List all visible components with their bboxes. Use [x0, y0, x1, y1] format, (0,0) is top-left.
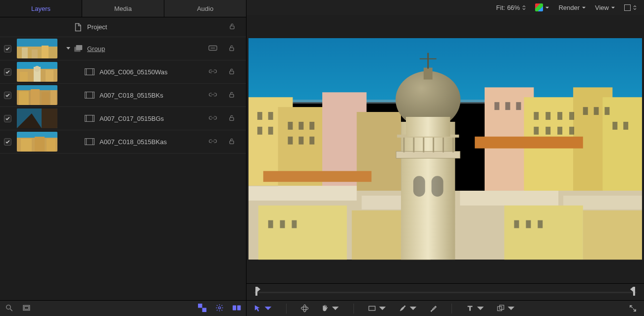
canvas[interactable] — [248, 38, 642, 260]
in-marker-icon[interactable] — [254, 287, 261, 297]
color-chip-icon — [535, 3, 543, 11]
svg-rect-51 — [198, 304, 202, 308]
svg-rect-86 — [309, 137, 314, 145]
svg-rect-43 — [47, 139, 55, 152]
project-label: Project — [87, 23, 107, 31]
svg-point-53 — [218, 307, 220, 309]
svg-rect-101 — [612, 122, 617, 130]
pan-tool[interactable] — [321, 304, 340, 313]
view-label: View — [595, 4, 609, 11]
visibility-checkbox[interactable] — [4, 45, 11, 53]
layout-dropdown[interactable] — [624, 4, 637, 11]
color-channels-dropdown[interactable] — [535, 3, 549, 11]
mask-tool[interactable] — [496, 304, 515, 313]
fit-value: 66% — [507, 4, 520, 11]
link-icon[interactable] — [208, 91, 217, 100]
svg-rect-102 — [623, 122, 628, 130]
gear-icon[interactable] — [215, 304, 224, 314]
render-dropdown[interactable]: Render — [558, 4, 586, 11]
svg-rect-28 — [31, 89, 40, 105]
svg-rect-120 — [424, 68, 433, 80]
brush-tool[interactable] — [429, 304, 438, 313]
svg-point-13 — [34, 66, 40, 72]
svg-rect-124 — [432, 176, 444, 197]
svg-rect-76 — [583, 211, 642, 260]
svg-rect-1 — [17, 39, 57, 47]
clip-row[interactable]: A007_C018_0515BKs — [0, 84, 246, 107]
view-dropdown[interactable]: View — [595, 4, 615, 11]
lock-icon[interactable] — [228, 22, 236, 32]
link-icon[interactable] — [208, 137, 217, 147]
svg-rect-83 — [309, 122, 314, 130]
svg-rect-78 — [268, 112, 273, 120]
rotate-3d-tool[interactable] — [300, 304, 309, 313]
clip-row[interactable]: A007_C017_0515BGs — [0, 107, 246, 130]
rectangle-tool[interactable] — [368, 304, 387, 313]
link-icon[interactable] — [208, 114, 217, 123]
mini-timeline[interactable] — [247, 283, 644, 300]
svg-rect-95 — [545, 127, 550, 135]
text-tool[interactable] — [466, 304, 485, 313]
svg-rect-79 — [257, 127, 262, 135]
svg-rect-85 — [298, 137, 303, 145]
layer-list: Group A005_C006_05150Was A007_C018_0515B… — [0, 37, 246, 300]
svg-rect-89 — [516, 103, 521, 110]
clip-name: A005_C006_05150Was — [99, 68, 168, 76]
link-icon[interactable] — [208, 67, 217, 77]
pen-tool[interactable] — [398, 304, 417, 313]
clip-name: A007_C018_0515BKas — [99, 138, 167, 146]
filmstrip-icon — [85, 138, 95, 145]
group-row[interactable]: Group — [0, 37, 246, 60]
group-label[interactable]: Group — [87, 45, 105, 53]
out-marker-icon[interactable] — [630, 287, 637, 297]
lock-icon[interactable] — [227, 44, 236, 53]
svg-rect-14 — [20, 72, 28, 82]
disclosure-triangle-icon[interactable] — [62, 46, 74, 51]
svg-rect-32 — [87, 92, 93, 99]
pass-through-icon[interactable] — [208, 44, 217, 53]
svg-rect-54 — [233, 305, 236, 310]
frame-icon[interactable] — [22, 304, 31, 314]
project-row[interactable]: Project — [0, 17, 246, 37]
checker-icon[interactable] — [198, 304, 206, 314]
clip-name: A007_C017_0515BGs — [99, 115, 164, 122]
visibility-checkbox[interactable] — [4, 68, 11, 76]
panels-icon[interactable] — [233, 304, 241, 314]
group-stack-icon — [74, 45, 83, 52]
lock-icon[interactable] — [227, 114, 236, 123]
select-tool[interactable] — [253, 304, 272, 313]
svg-rect-69 — [248, 186, 357, 201]
svg-rect-17 — [87, 69, 93, 75]
svg-rect-97 — [569, 127, 574, 135]
svg-rect-55 — [237, 305, 241, 310]
svg-point-47 — [6, 305, 10, 309]
lock-icon[interactable] — [227, 137, 236, 147]
svg-rect-41 — [21, 139, 32, 152]
svg-rect-33 — [230, 94, 234, 97]
canvas-topbar: Fit: 66% Render View — [247, 0, 644, 15]
svg-rect-91 — [545, 112, 550, 120]
square-icon — [624, 4, 631, 11]
svg-rect-98 — [583, 107, 588, 115]
lock-icon[interactable] — [227, 91, 236, 100]
tab-audio[interactable]: Audio — [164, 0, 246, 17]
fit-dropdown[interactable]: Fit: 66% — [496, 4, 526, 11]
svg-rect-42 — [35, 137, 45, 152]
tab-media[interactable]: Media — [82, 0, 164, 17]
clip-row[interactable]: A005_C006_05150Was — [0, 60, 246, 84]
visibility-checkbox[interactable] — [4, 138, 11, 146]
clip-row[interactable]: A007_C018_0515BKas — [0, 130, 246, 154]
svg-rect-52 — [202, 308, 207, 312]
svg-rect-46 — [230, 141, 234, 144]
lock-icon[interactable] — [227, 67, 236, 77]
svg-rect-100 — [604, 107, 609, 115]
search-icon[interactable] — [5, 304, 13, 314]
tab-layers[interactable]: Layers — [0, 0, 82, 17]
expand-icon[interactable] — [629, 304, 637, 313]
svg-point-128 — [404, 306, 405, 307]
clip-thumbnail — [17, 62, 57, 82]
visibility-checkbox[interactable] — [4, 92, 11, 99]
visibility-checkbox[interactable] — [4, 115, 11, 122]
canvas-area[interactable] — [247, 15, 644, 283]
panel-tabs: Layers Media Audio — [0, 0, 246, 17]
